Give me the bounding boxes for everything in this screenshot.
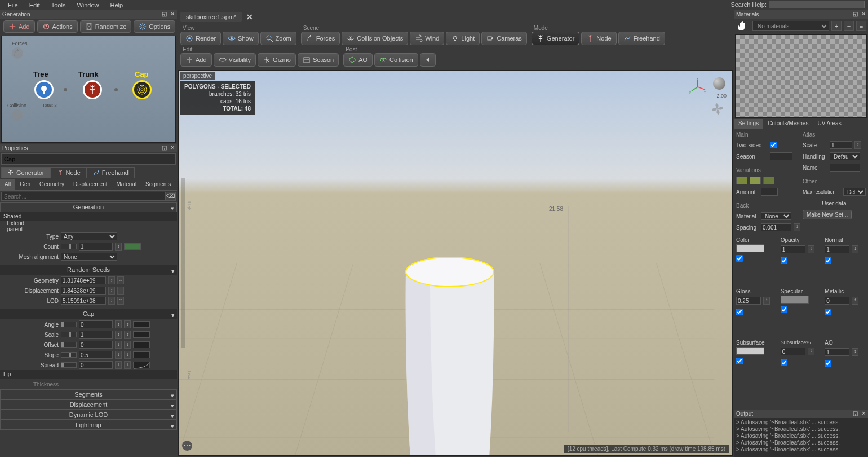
viewport-gauge[interactable] (181, 178, 185, 348)
node-mode-button[interactable]: Node (581, 32, 616, 45)
specular-checkbox[interactable] (781, 306, 787, 313)
cap-node[interactable] (132, 80, 152, 99)
count-curve[interactable] (124, 243, 141, 250)
spread-input[interactable] (79, 361, 113, 369)
mat-tab-settings[interactable]: Settings (734, 119, 763, 129)
gloss-input[interactable] (736, 297, 761, 305)
subsurface-checkbox[interactable] (736, 358, 743, 364)
section-lightmap[interactable]: Lightmap▾ (0, 420, 177, 430)
visibility-button[interactable]: Visibility (214, 53, 256, 67)
gloss-checkbox[interactable] (736, 309, 743, 315)
section-random-seeds[interactable]: Random Seeds▾ (0, 265, 177, 275)
viewport-perspective-label[interactable]: perspective (180, 72, 215, 80)
mat-tab-cutouts[interactable]: Cutouts/Meshes (763, 119, 813, 129)
scale-slider[interactable] (61, 332, 77, 337)
generator-mode-button[interactable]: Generator (532, 32, 580, 45)
randomize-button[interactable]: Randomize (80, 20, 132, 33)
materials-dock-icon[interactable]: ◱ (853, 11, 858, 17)
tab-freehand[interactable]: Freehand (87, 167, 135, 178)
geom-spinner[interactable]: ↕ (108, 276, 115, 284)
type-select[interactable]: Any (61, 232, 117, 240)
section-segments[interactable]: Segments▾ (0, 389, 177, 399)
mat-menu-icon[interactable]: ≡ (856, 21, 866, 31)
specular-swatch[interactable] (781, 296, 809, 304)
handling-select[interactable]: Default (830, 152, 860, 160)
variation-swatch-3[interactable] (763, 177, 774, 184)
subtab-segments[interactable]: Segments (141, 179, 175, 190)
mat-add-icon[interactable]: + (831, 21, 842, 31)
normal-input[interactable] (825, 245, 849, 253)
slope-slider[interactable] (61, 352, 77, 358)
menu-tools[interactable]: Tools (46, 1, 72, 10)
mat-remove-icon[interactable]: − (844, 21, 854, 31)
add-button[interactable]: Add (3, 20, 35, 33)
output-dock-icon[interactable]: ◱ (853, 410, 858, 416)
count-spinner[interactable]: ↕ (115, 243, 122, 251)
generation-close-icon[interactable]: ✕ (170, 11, 175, 17)
lod-seed-input[interactable] (61, 297, 106, 305)
light-button[interactable]: Light (446, 32, 480, 45)
hand-icon[interactable] (736, 20, 750, 32)
axis-gizmo-icon[interactable]: zxy (689, 78, 706, 95)
ao-button[interactable]: AO (343, 53, 373, 67)
metallic-input[interactable] (825, 297, 849, 305)
properties-name-input[interactable] (1, 153, 176, 165)
disp-spinner[interactable]: ↕ (108, 287, 115, 295)
color-checkbox[interactable] (736, 255, 743, 262)
ao-input[interactable] (825, 348, 849, 356)
section-dynamic-lod[interactable]: Dynamic LOD▾ (0, 410, 177, 420)
show-button[interactable]: Show (223, 32, 259, 45)
normal-checkbox[interactable] (825, 257, 831, 264)
mesh-align-select[interactable]: None (61, 253, 117, 261)
count-input[interactable] (79, 243, 113, 251)
subtab-displacement[interactable]: Displacement (69, 179, 112, 190)
subsurface-swatch[interactable] (736, 347, 764, 355)
count-slider[interactable] (61, 244, 77, 249)
search-clear-icon[interactable]: ⌫ (166, 192, 176, 201)
menu-window[interactable]: Window (71, 1, 104, 10)
search-help-input[interactable] (769, 1, 865, 8)
geom-seed-input[interactable] (61, 276, 106, 284)
scale-curve[interactable] (133, 331, 150, 338)
lod-rand-icon[interactable]: ⁙ (117, 297, 124, 305)
nav-sphere-icon[interactable] (713, 77, 725, 90)
offset-curve[interactable] (133, 341, 150, 348)
render-button[interactable]: Render (180, 32, 221, 45)
opacity-checkbox[interactable] (781, 257, 787, 264)
season-button[interactable]: Season (298, 53, 339, 67)
back-arrow-button[interactable] (420, 53, 436, 67)
collision-node[interactable] (12, 109, 23, 121)
section-cap[interactable]: Cap▾ (0, 309, 177, 319)
mat-tab-uv[interactable]: UV Areas (813, 119, 845, 129)
section-displacement[interactable]: Displacement▾ (0, 399, 177, 410)
materials-close-icon[interactable]: ✕ (861, 11, 866, 17)
atlas-name-input[interactable] (830, 164, 860, 172)
amount-input[interactable] (761, 188, 778, 196)
back-material-select[interactable]: None (761, 212, 791, 220)
menu-edit[interactable]: Edit (24, 1, 46, 10)
angle-input[interactable] (79, 320, 113, 328)
options-button[interactable]: Options (134, 20, 175, 33)
material-selector[interactable]: No materials (752, 21, 829, 31)
spread-curve[interactable] (133, 362, 150, 368)
gizmo-button[interactable]: Gizmo (258, 53, 296, 67)
geom-rand-icon[interactable]: ⁙ (117, 276, 124, 284)
tree-node[interactable] (34, 80, 54, 99)
properties-dock-icon[interactable]: ◱ (162, 144, 167, 151)
lod-spinner[interactable]: ↕ (108, 297, 115, 305)
subtab-all[interactable]: All (0, 179, 15, 190)
variation-swatch-1[interactable] (736, 177, 747, 184)
generation-dock-icon[interactable]: ◱ (162, 11, 167, 17)
offset-slider[interactable] (61, 342, 77, 348)
viewport-add-icon[interactable]: ⋯ (182, 441, 192, 451)
forces-button[interactable]: Forces (301, 32, 340, 45)
disp-rand-icon[interactable]: ⁙ (117, 287, 124, 295)
make-new-set-button[interactable]: Make New Set... (803, 210, 852, 219)
opacity-input[interactable] (781, 245, 805, 253)
subtab-gen[interactable]: Gen (15, 179, 35, 190)
atlas-scale-input[interactable] (830, 141, 852, 149)
subtab-geometry[interactable]: Geometry (35, 179, 69, 190)
menu-file[interactable]: File (2, 1, 24, 10)
angle-slider[interactable] (61, 322, 77, 327)
actions-button[interactable]: Actions (37, 20, 78, 33)
